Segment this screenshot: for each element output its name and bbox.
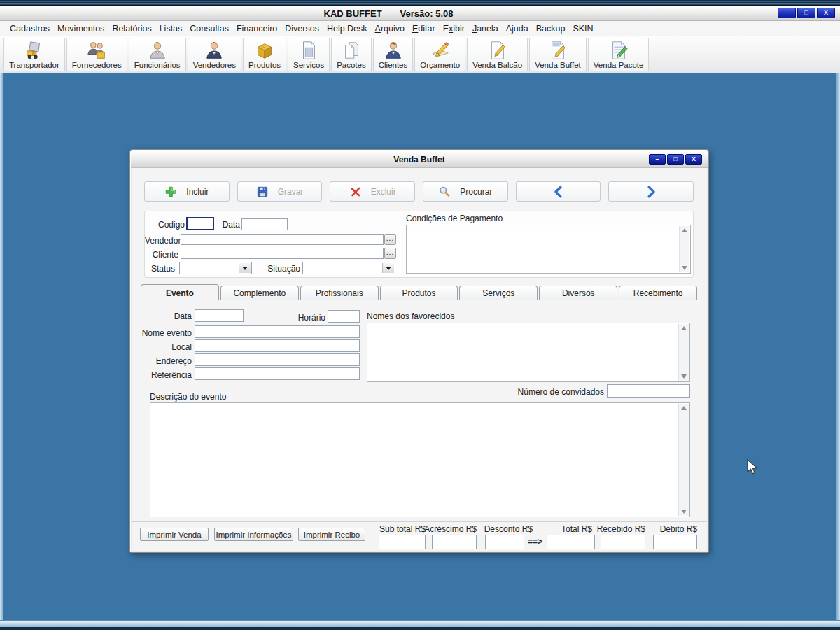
referencia-input[interactable] [195, 368, 360, 380]
menu-item-ajuda[interactable]: Ajuda [505, 23, 529, 34]
acrescimo-label: Acréscimo R$ [421, 524, 477, 534]
scroll-up-icon[interactable] [682, 228, 687, 232]
venda-minimize-button[interactable]: – [649, 154, 666, 164]
menu-item-relatorios[interactable]: Relatórios [111, 23, 152, 34]
favorecidos-scrollbar[interactable] [678, 324, 689, 381]
situacao-select[interactable] [302, 262, 396, 274]
venda-close-button[interactable]: X [685, 154, 702, 164]
condicoes-textarea[interactable] [406, 225, 691, 274]
condicoes-scrollbar[interactable] [679, 226, 690, 272]
previous-record-button[interactable] [516, 181, 601, 202]
situacao-dropdown-button[interactable] [382, 263, 394, 273]
menu-item-backup[interactable]: Backup [536, 23, 566, 34]
tab-recebimento[interactable]: Recebimento [619, 286, 697, 300]
tab-produtos[interactable]: Produtos [380, 286, 458, 300]
incluir-button[interactable]: Incluir [144, 181, 230, 202]
tab-servicos[interactable]: Serviços [459, 286, 538, 300]
menu-item-janela[interactable]: Janela [472, 23, 499, 34]
data-input[interactable] [241, 218, 288, 230]
app-title: KAD BUFFET Versão: 5.08 [0, 6, 777, 21]
subtotal-input[interactable] [379, 535, 426, 550]
status-select[interactable] [179, 262, 252, 274]
favorecidos-label: Nomes dos favorecidos [367, 312, 454, 321]
venda-maximize-button[interactable]: □ [667, 154, 684, 164]
toolbar-button-venda-buffet[interactable]: Venda Buffet [529, 38, 587, 71]
evento-data-input[interactable] [195, 309, 244, 322]
toolbar-button-servicos[interactable]: Serviços [288, 38, 330, 71]
tab-profissionais[interactable]: Profissionais [300, 286, 379, 300]
box-icon [254, 40, 275, 61]
minimize-button[interactable]: – [778, 8, 796, 18]
scroll-down-icon[interactable] [681, 510, 687, 514]
main-titlebar[interactable]: KAD BUFFET Versão: 5.08 – □ X [0, 6, 840, 21]
toolbar-button-produtos[interactable]: Produtos [243, 38, 286, 71]
tab-diversos[interactable]: Diversos [539, 286, 617, 300]
imprimir-venda-button[interactable]: Imprimir Venda [140, 528, 209, 541]
toolbar-button-funcionarios[interactable]: Funcionários [129, 38, 186, 71]
toolbar-button-label: Venda Buffet [535, 61, 581, 69]
menu-item-listas[interactable]: Listas [159, 23, 183, 34]
gravar-button[interactable]: Gravar [237, 181, 323, 202]
favorecidos-textarea[interactable] [367, 323, 690, 382]
imprimir-informacoes-button[interactable]: Imprimir Informações [214, 528, 293, 541]
descricao-scrollbar[interactable] [678, 404, 689, 516]
tab-bar: EventoComplementoProfissionaisProdutosSe… [141, 286, 699, 300]
delete-x-icon [349, 186, 362, 198]
desconto-input[interactable] [485, 535, 524, 550]
toolbar-button-clientes[interactable]: Clientes [373, 38, 414, 71]
vendedor-input[interactable] [181, 234, 384, 245]
tab-evento[interactable]: Evento [141, 284, 219, 300]
scroll-down-icon[interactable] [681, 374, 687, 379]
descricao-textarea[interactable] [150, 402, 690, 517]
vendedor-browse-button[interactable]: ... [384, 234, 396, 245]
acrescimo-input[interactable] [432, 535, 477, 550]
toolbar-button-transportador[interactable]: Transportador [4, 38, 65, 71]
venda-titlebar[interactable]: Venda Buffet – □ X [131, 150, 708, 168]
endereco-input[interactable] [195, 354, 360, 366]
plus-icon [164, 186, 177, 198]
menu-item-cadastros[interactable]: Cadastros [9, 23, 50, 34]
menu-item-exibir[interactable]: Exibir [442, 23, 465, 34]
horario-input[interactable] [328, 310, 360, 323]
codigo-label: Codigo [145, 220, 185, 230]
toolbar-button-label: Clientes [379, 61, 408, 69]
cliente-input[interactable] [181, 248, 384, 259]
menu-item-financeiro[interactable]: Financeiro [236, 23, 278, 34]
toolbar-button-orcamento[interactable]: Orçamento [414, 38, 465, 71]
record-actions: Incluir Gravar Excluir Procurar [144, 181, 694, 202]
tab-complemento[interactable]: Complemento [220, 286, 299, 300]
menu-item-help-desk[interactable]: Help Desk [326, 23, 368, 34]
menu-item-diversos[interactable]: Diversos [284, 23, 320, 34]
maximize-button[interactable]: □ [797, 8, 816, 18]
convidados-input[interactable] [607, 384, 690, 398]
scroll-down-icon[interactable] [682, 266, 687, 270]
close-button[interactable]: X [817, 8, 835, 18]
toolbar-button-pacotes[interactable]: Pacotes [331, 38, 372, 71]
nome-evento-input[interactable] [195, 326, 360, 338]
menu-item-editar[interactable]: Editar [412, 23, 436, 34]
recebido-input[interactable] [601, 535, 645, 550]
excluir-button[interactable]: Excluir [330, 181, 415, 202]
scroll-up-icon[interactable] [681, 326, 687, 330]
local-input[interactable] [195, 340, 360, 352]
scroll-up-icon[interactable] [681, 406, 687, 410]
toolbar-button-venda-pacote[interactable]: Venda Pacote [588, 38, 650, 71]
status-dropdown-button[interactable] [239, 263, 251, 273]
procurar-button[interactable]: Procurar [423, 181, 508, 202]
toolbar-button-fornecedores[interactable]: Fornecedores [66, 38, 127, 71]
debito-input[interactable] [653, 535, 697, 550]
next-record-button[interactable] [608, 181, 694, 202]
toolbar-button-vendedores[interactable]: Vendedores [188, 38, 241, 71]
menu-item-movimentos[interactable]: Movimentos [57, 23, 105, 34]
menu-item-skin[interactable]: SKIN [572, 23, 594, 34]
codigo-input[interactable] [186, 217, 214, 230]
toolbar-button-label: Funcionários [134, 61, 181, 69]
total-input[interactable] [547, 535, 595, 550]
menu-item-arquivo[interactable]: Arquivo [374, 23, 405, 34]
toolbar-button-venda-balcao[interactable]: Venda Balcão [467, 38, 528, 71]
procurar-label: Procurar [460, 187, 492, 197]
imprimir-recibo-button[interactable]: Imprimir Recibo [298, 528, 365, 541]
cliente-browse-button[interactable]: ... [384, 248, 396, 259]
menu-item-consultas[interactable]: Consultas [189, 23, 230, 34]
chevron-down-icon [242, 267, 248, 270]
